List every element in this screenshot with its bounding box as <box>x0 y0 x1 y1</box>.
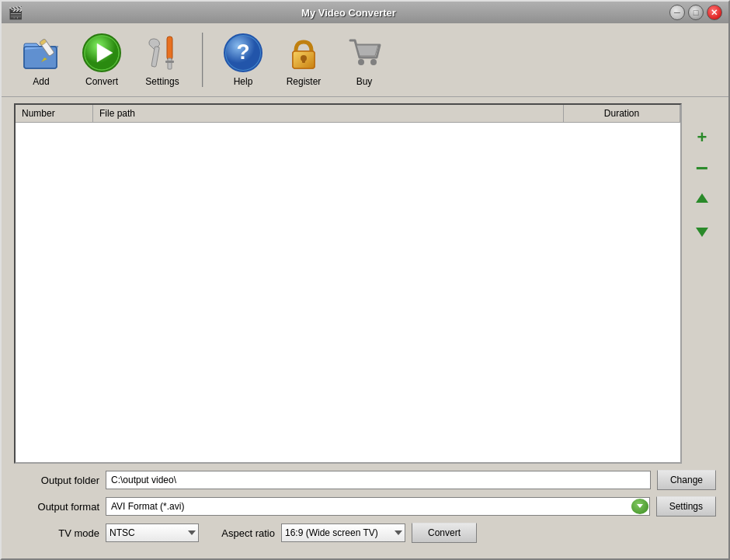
buy-button[interactable]: Buy <box>337 30 391 90</box>
file-list-header: Number File path Duration <box>16 105 680 123</box>
svg-rect-10 <box>168 58 172 69</box>
title-bar: 🎬 My Video Converter ─ □ ✕ <box>2 2 728 23</box>
svg-rect-8 <box>151 47 159 68</box>
svg-point-19 <box>358 59 364 65</box>
svg-rect-9 <box>167 37 172 60</box>
col-duration-header: Duration <box>564 105 680 122</box>
add-label: Add <box>33 76 49 87</box>
format-settings-button[interactable]: Settings <box>656 496 716 517</box>
svg-rect-18 <box>302 58 305 63</box>
col-filepath-header: File path <box>93 105 564 122</box>
format-row <box>106 497 650 516</box>
buy-icon <box>344 33 384 73</box>
aspect-ratio-wrapper: 16:9 (Wide screen TV) 4:3 (Standard TV) … <box>281 523 405 542</box>
convert-action-button[interactable]: Convert <box>412 523 477 543</box>
minimize-button[interactable]: ─ <box>669 5 685 20</box>
settings-toolbar-button[interactable]: Settings <box>135 30 189 90</box>
file-list[interactable]: Number File path Duration <box>14 103 682 464</box>
close-button[interactable]: ✕ <box>707 5 722 20</box>
buy-label: Buy <box>356 76 373 87</box>
remove-file-button[interactable]: − <box>691 158 713 179</box>
add-file-button[interactable]: + <box>691 127 713 148</box>
maximize-button[interactable]: □ <box>688 5 704 20</box>
svg-marker-23 <box>637 504 643 508</box>
output-format-input[interactable] <box>106 497 650 516</box>
window-title: My Video Converter <box>301 7 396 19</box>
add-button[interactable]: Add <box>14 30 68 90</box>
svg-marker-22 <box>696 228 708 237</box>
app-icon: 🎬 <box>8 5 23 20</box>
tv-mode-select[interactable]: NTSC PAL <box>106 523 199 542</box>
svg-rect-11 <box>165 61 174 63</box>
file-list-body <box>16 123 680 462</box>
toolbar: Add Convert <box>2 23 728 97</box>
help-label: Help <box>234 76 253 87</box>
main-content: Number File path Duration + − <box>2 97 728 558</box>
svg-text:?: ? <box>236 40 249 64</box>
format-dropdown-button[interactable] <box>631 499 648 514</box>
svg-marker-21 <box>696 193 708 203</box>
output-format-label: Output format <box>14 501 99 513</box>
convert-button[interactable]: Convert <box>75 30 129 90</box>
help-button[interactable]: ? Help <box>216 30 270 90</box>
move-down-button[interactable] <box>691 220 713 242</box>
svg-point-20 <box>370 59 377 65</box>
register-icon <box>283 33 324 73</box>
output-folder-label: Output folder <box>14 475 99 486</box>
settings-toolbar-label: Settings <box>145 76 179 87</box>
toolbar-separator <box>202 33 203 87</box>
bottom-controls: Output folder Change Output format Setti… <box>14 470 716 552</box>
output-folder-input[interactable] <box>106 471 651 489</box>
settings-icon <box>142 33 182 73</box>
convert-label: Convert <box>85 76 118 87</box>
add-icon <box>21 33 61 73</box>
output-format-row: Output format Settings <box>14 496 716 517</box>
title-bar-controls: ─ □ ✕ <box>669 5 722 20</box>
convert-icon <box>82 33 122 73</box>
register-button[interactable]: Register <box>276 30 331 90</box>
col-number-header: Number <box>16 105 93 122</box>
help-icon: ? <box>223 33 263 73</box>
tv-mode-wrapper: NTSC PAL <box>106 523 199 542</box>
tv-mode-label: TV mode <box>14 527 99 539</box>
change-button[interactable]: Change <box>657 470 716 490</box>
main-window: 🎬 My Video Converter ─ □ ✕ <box>0 0 730 560</box>
move-up-button[interactable] <box>691 189 713 210</box>
register-label: Register <box>287 76 322 87</box>
aspect-ratio-select[interactable]: 16:9 (Wide screen TV) 4:3 (Standard TV) … <box>281 523 405 542</box>
output-folder-row: Output folder Change <box>14 470 716 490</box>
file-list-area: Number File path Duration + − <box>14 103 716 464</box>
aspect-ratio-label: Aspect ratio <box>205 527 275 539</box>
tv-mode-row: TV mode NTSC PAL Aspect ratio 16:9 (Wide… <box>14 523 716 543</box>
side-controls: + − <box>688 103 716 464</box>
